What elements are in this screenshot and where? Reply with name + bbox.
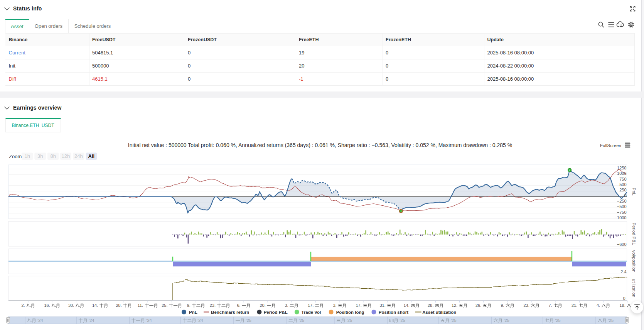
svg-text:750: 750 — [619, 177, 626, 181]
svg-text:3.: 3. — [333, 303, 336, 308]
svg-text:'25: '25 — [299, 318, 304, 323]
svg-text:PnL: PnL — [189, 310, 197, 315]
svg-text:−600: −600 — [617, 242, 627, 247]
svg-text:'24: '24 — [197, 318, 203, 323]
svg-text:11.: 11. — [138, 303, 143, 308]
svg-text:'25: '25 — [347, 318, 352, 323]
svg-text:6.: 6. — [237, 303, 240, 308]
svg-text:3.: 3. — [285, 303, 288, 308]
svg-text:Period P&L: Period P&L — [632, 222, 636, 245]
svg-text:4.: 4. — [597, 303, 600, 308]
svg-text:'24: '24 — [37, 318, 43, 323]
svg-text:9.: 9. — [187, 303, 191, 308]
svg-text:12.: 12. — [452, 303, 457, 308]
svg-text:8h: 8h — [50, 153, 56, 159]
svg-text:−750: −750 — [617, 210, 627, 215]
svg-text:1h: 1h — [24, 153, 30, 159]
svg-text:Asset utilization: Asset utilization — [422, 310, 456, 315]
svg-text:14.: 14. — [92, 303, 98, 308]
svg-text:FullScreen: FullScreen — [600, 143, 621, 148]
svg-text:21.: 21. — [572, 303, 577, 308]
svg-text:−250: −250 — [617, 199, 627, 203]
svg-text:30.: 30. — [68, 303, 74, 308]
svg-text:24h: 24h — [74, 153, 83, 159]
svg-text:28.: 28. — [116, 303, 121, 308]
svg-text:7.: 7. — [548, 303, 552, 308]
svg-text:'25: '25 — [504, 318, 509, 323]
svg-text:i: i — [569, 169, 570, 172]
svg-text:17.: 17. — [356, 303, 361, 308]
svg-text:1250: 1250 — [617, 166, 626, 170]
svg-text:i: i — [401, 210, 401, 213]
svg-text:'25: '25 — [246, 318, 251, 323]
svg-text:Zoom: Zoom — [9, 154, 22, 159]
svg-text:vol/position: vol/position — [632, 250, 636, 272]
svg-text:17.: 17. — [308, 303, 314, 308]
svg-text:20.: 20. — [260, 303, 265, 308]
svg-text:−1000: −1000 — [615, 215, 627, 220]
svg-text:18.: 18. — [619, 303, 625, 308]
svg-text:0: 0 — [623, 296, 625, 301]
svg-text:Initial net value : 500000 Tot: Initial net value : 500000 Total profit:… — [128, 142, 512, 148]
svg-text:Trade Vol: Trade Vol — [301, 310, 321, 315]
svg-text:16.: 16. — [44, 303, 50, 308]
svg-text:Position long: Position long — [336, 310, 364, 315]
svg-text:28.: 28. — [428, 303, 433, 308]
svg-text:'24: '24 — [89, 318, 94, 323]
svg-text:'25: '25 — [400, 318, 405, 323]
svg-text:12h: 12h — [61, 153, 70, 159]
svg-text:2.: 2. — [21, 303, 25, 308]
svg-text:PnL: PnL — [632, 188, 636, 196]
svg-text:26.: 26. — [475, 303, 481, 308]
svg-text:1000: 1000 — [617, 171, 626, 176]
svg-text:9.: 9. — [501, 303, 504, 308]
svg-text:31.: 31. — [379, 303, 385, 308]
svg-text:14.: 14. — [403, 303, 409, 308]
svg-text:Period P&L: Period P&L — [264, 310, 288, 315]
svg-text:25.: 25. — [162, 303, 167, 308]
svg-text:'25: '25 — [608, 318, 614, 323]
svg-text:utilization: utilization — [632, 279, 636, 298]
svg-text:−500: −500 — [617, 204, 627, 209]
svg-text:'25: '25 — [451, 318, 456, 323]
svg-text:0: 0 — [624, 193, 626, 198]
svg-text:'25: '25 — [555, 318, 560, 323]
svg-text:500: 500 — [619, 182, 626, 187]
svg-text:'24: '24 — [146, 318, 152, 323]
svg-text:23.: 23. — [210, 303, 216, 308]
svg-text:All: All — [88, 153, 95, 159]
svg-text:Position short: Position short — [379, 310, 408, 315]
svg-text:3h: 3h — [37, 153, 43, 159]
svg-text:−2.4: −2.4 — [618, 269, 627, 274]
svg-text:Benchmark return: Benchmark return — [211, 310, 249, 315]
svg-text:23.: 23. — [523, 303, 529, 308]
svg-text:250: 250 — [619, 188, 626, 192]
